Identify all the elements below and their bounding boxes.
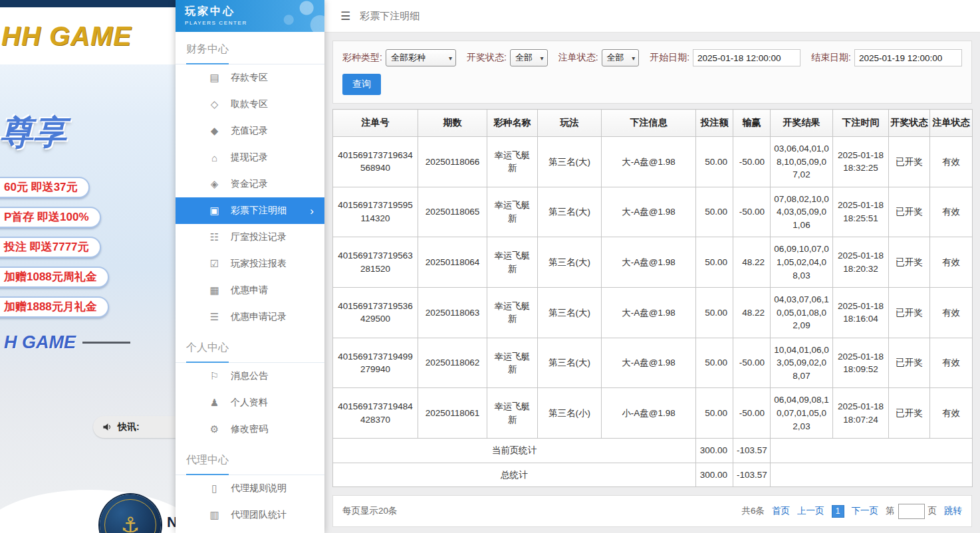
- sidebar-item-agent-team-stats[interactable]: ▥代理团队统计: [176, 502, 324, 528]
- sidebar-item-player-bet-report[interactable]: ☑玩家投注报表: [176, 251, 324, 277]
- cell-win-loss: -50.00: [733, 137, 771, 187]
- cell-bet-time: 2025-01-18 18:07:24: [833, 388, 889, 439]
- column-header-period: 期数: [418, 110, 487, 137]
- lottery-type-select[interactable]: 全部彩种 ▾: [386, 49, 456, 66]
- page-title: 彩票下注明细: [360, 10, 420, 23]
- total-bet-total: 300.00: [696, 463, 733, 487]
- promo-brand-text: H GAME: [4, 332, 76, 353]
- sidebar-header: 玩家中心 PLAYERS CENTER: [176, 0, 324, 32]
- sidebar-item-lottery-bet-details[interactable]: ▣彩票下注明细›: [176, 197, 324, 224]
- cell-bet-info: 大-A盘@1.98: [602, 187, 696, 237]
- column-header-win-loss: 输赢: [733, 110, 771, 137]
- current-page-bet-total: 300.00: [696, 439, 733, 463]
- sidebar-item-fund-records[interactable]: ◈资金记录: [176, 171, 324, 197]
- column-header-bet-info: 下注信息: [602, 110, 696, 137]
- cell-period: 20250118064: [418, 237, 487, 288]
- sidebar-section-title-text: 代理中心: [186, 453, 229, 475]
- sidebar-item-deposit-zone[interactable]: ▤存款专区: [176, 64, 324, 91]
- report-check-icon: ☑: [209, 258, 220, 270]
- sidebar-section-title: 财务中心: [176, 32, 324, 64]
- sidebar-item-label: 优惠申请记录: [231, 311, 287, 323]
- cell-win-loss: 48.22: [733, 237, 771, 288]
- sidebar-item-agent-rules[interactable]: ▯代理规则说明: [176, 475, 324, 502]
- start-date-input[interactable]: [693, 49, 800, 66]
- main-area: ☰ 彩票下注明细 彩种类型: 全部彩种 ▾ 开奖状态: 全部 ▾ 注单状态: 全…: [324, 0, 980, 533]
- current-page-number[interactable]: 1: [832, 505, 844, 518]
- promo-pill: 60元 即送37元: [0, 177, 90, 198]
- cell-draw-status: 已开奖: [889, 237, 930, 288]
- sidebar-item-label: 彩票下注明细: [231, 205, 287, 217]
- user-icon: ♟: [209, 397, 220, 409]
- sidebar-item-label: 消息公告: [231, 370, 268, 382]
- cell-draw-status: 已开奖: [889, 338, 930, 388]
- vault-icon: ⌂: [209, 152, 220, 163]
- sidebar-item-message-announcements[interactable]: ⚐消息公告: [176, 363, 324, 389]
- order-status-select[interactable]: 全部 ▾: [602, 49, 640, 66]
- pagination-controls: 共6条 首页 上一页 1 下一页 第 页 跳转: [741, 504, 962, 519]
- sidebar-section-title: 代理中心: [176, 443, 324, 475]
- jump-suffix: 页: [928, 505, 937, 517]
- promo-pill-stack: 60元 即送37元P首存 即送100%投注 即送7777元加赠1088元周礼金加…: [0, 177, 109, 318]
- draw-status-select[interactable]: 全部 ▾: [510, 49, 548, 66]
- sidebar-item-change-password[interactable]: ⚙修改密码: [176, 416, 324, 443]
- table-row: 40156917371963456894020250118066幸运飞艇新第三名…: [333, 137, 973, 187]
- cell-lottery-name: 幸运飞艇新: [487, 288, 538, 338]
- lottery-type-label: 彩种类型:: [342, 52, 382, 64]
- menu-icon[interactable]: ☰: [340, 9, 350, 23]
- cell-empty: [771, 439, 973, 463]
- sidebar-item-recharge-records[interactable]: ◆充值记录: [176, 118, 324, 144]
- end-date-input[interactable]: [854, 49, 962, 66]
- prev-page-link[interactable]: 上一页: [797, 505, 824, 517]
- cell-play: 第三名(大): [538, 237, 602, 288]
- cell-order-status: 有效: [930, 388, 973, 439]
- cell-bet-amount: 50.00: [696, 137, 733, 187]
- sidebar-item-label: 提现记录: [231, 152, 268, 163]
- table-row: 40156917371956328152020250118064幸运飞艇新第三名…: [333, 237, 973, 288]
- jump-prefix: 第: [886, 505, 895, 517]
- sidebar-item-promo-apply-records[interactable]: ☰优惠申请记录: [176, 304, 324, 330]
- cell-bet-info: 小-A盘@1.98: [602, 388, 696, 439]
- sidebar-item-withdrawal-records[interactable]: ⌂提现记录: [176, 144, 324, 171]
- total-count-text: 共6条: [741, 505, 765, 517]
- speaker-icon: [102, 422, 112, 432]
- page-jump-input[interactable]: [898, 504, 925, 519]
- cell-draw-result: 03,06,04,01,08,10,05,09,07,02: [771, 137, 833, 187]
- cell-win-loss: -50.00: [733, 338, 771, 388]
- cell-lottery-name: 幸运飞艇新: [487, 137, 538, 187]
- cell-bet-info: 大-A盘@1.98: [602, 288, 696, 338]
- cell-lottery-name: 幸运飞艇新: [487, 338, 538, 388]
- sidebar-item-withdraw-zone[interactable]: ◇取款专区: [176, 91, 324, 118]
- table-header-row: 注单号期数彩种名称玩法下注信息投注额输赢开奖结果下注时间开奖状态注单状态: [333, 110, 973, 137]
- cell-bet-info: 大-A盘@1.98: [602, 137, 696, 187]
- ticker-label: 快讯:: [118, 421, 140, 433]
- next-page-link[interactable]: 下一页: [852, 505, 879, 517]
- sidebar-menu: 财务中心▤存款专区◇取款专区◆充值记录⌂提现记录◈资金记录▣彩票下注明细›☷厅室…: [176, 32, 324, 533]
- chevron-down-icon: ▾: [541, 54, 544, 62]
- cell-play: 第三名(大): [538, 338, 602, 388]
- cell-play: 第三名(小): [538, 388, 602, 439]
- first-page-link[interactable]: 首页: [772, 505, 790, 517]
- footer-logo-letter: N: [167, 514, 176, 531]
- cell-lottery-name: 幸运飞艇新: [487, 388, 538, 439]
- cell-period: 20250118062: [418, 338, 487, 388]
- sidebar-item-personal-profile[interactable]: ♟个人资料: [176, 389, 324, 416]
- jump-button[interactable]: 跳转: [944, 505, 962, 517]
- sidebar-item-hall-bet-records[interactable]: ☷厅室投注记录: [176, 224, 324, 251]
- cell-bet-time: 2025-01-18 18:25:51: [833, 187, 889, 237]
- order-status-label: 注单状态:: [558, 52, 598, 64]
- sidebar-item-promo-apply[interactable]: ▦优惠申请: [176, 277, 324, 304]
- column-header-lottery-name: 彩种名称: [487, 110, 538, 137]
- promo-pill: 投注 即送7777元: [0, 237, 101, 258]
- brand-underline: [82, 342, 130, 344]
- start-date-label: 开始日期:: [650, 52, 689, 64]
- sidebar-item-label: 资金记录: [231, 178, 268, 190]
- list-detail-icon: ▣: [209, 205, 220, 217]
- cell-order-no: 401569173719499279940: [333, 338, 418, 388]
- team-stats-icon: ▥: [209, 509, 220, 521]
- table-row: 40156917371948442837020250118061幸运飞艇新第三名…: [333, 388, 973, 439]
- cell-draw-result: 06,09,10,07,01,05,02,04,08,03: [771, 237, 833, 288]
- order-status-value: 全部: [607, 52, 624, 64]
- main-content: 彩种类型: 全部彩种 ▾ 开奖状态: 全部 ▾ 注单状态: 全部 ▾ 开始日期:…: [324, 33, 980, 527]
- query-button[interactable]: 查询: [342, 74, 381, 95]
- card-icon: ▤: [209, 72, 220, 84]
